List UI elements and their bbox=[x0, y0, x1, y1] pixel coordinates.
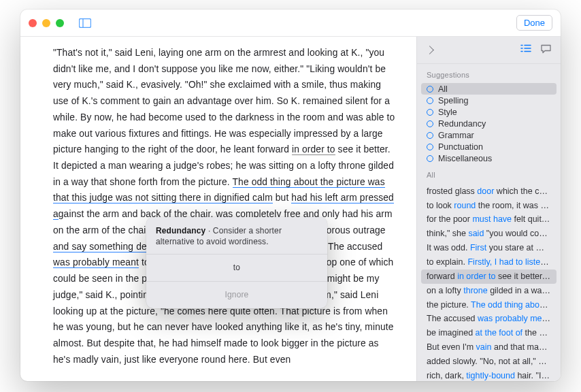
suggestion-post: the room, it was a lar… bbox=[476, 201, 557, 210]
filter-label: All bbox=[438, 84, 448, 94]
filter-item-redundancy[interactable]: Redundancy bbox=[421, 118, 557, 129]
suggestion-item[interactable]: think," she said "you would come o… bbox=[421, 227, 557, 242]
sidebar-all-heading: All bbox=[417, 164, 561, 183]
body-text: but bbox=[273, 193, 292, 203]
filter-label: Style bbox=[438, 108, 457, 117]
comments-tab-icon[interactable] bbox=[541, 44, 551, 56]
flagged-redundancy-phrase[interactable]: in order to bbox=[292, 144, 335, 155]
suggestion-item[interactable]: It was odd. First you stare at me as… bbox=[421, 241, 557, 255]
radio-icon bbox=[427, 120, 433, 127]
suggestion-post: t… bbox=[554, 314, 557, 323]
chevron-right-icon[interactable] bbox=[425, 46, 434, 54]
filter-label: Grammar bbox=[438, 131, 474, 140]
suggestion-highlight: The odd thing about th… bbox=[471, 300, 557, 310]
filter-item-spelling[interactable]: Spelling bbox=[421, 95, 557, 106]
radio-icon bbox=[427, 132, 433, 139]
filter-label: Punctuation bbox=[438, 142, 483, 152]
suggestion-pre: But even I'm bbox=[427, 342, 476, 352]
suggestion-pre: rich, dark, bbox=[427, 371, 466, 380]
body-text: The accused bbox=[325, 242, 382, 252]
minimize-window-button[interactable] bbox=[42, 19, 50, 27]
flagged-grammar-phrase[interactable]: was probably meant bbox=[53, 257, 139, 268]
document-body[interactable]: "That's not it," said Leni, laying one a… bbox=[53, 45, 396, 368]
filter-item-style[interactable]: Style bbox=[421, 106, 557, 118]
suggestion-popover: Redundancy · Consider a shorter alternat… bbox=[146, 217, 327, 308]
traffic-lights bbox=[29, 19, 64, 27]
suggestion-highlight: round bbox=[454, 201, 476, 210]
suggestion-post: see it better. It d… bbox=[495, 272, 557, 281]
filter-label: Redundancy bbox=[438, 119, 486, 129]
suggestion-item[interactable]: for the poor must have felt quite los… bbox=[421, 213, 557, 227]
suggestion-pre: frosted glass bbox=[427, 186, 477, 196]
sidebar-suggestions-heading: Suggestions bbox=[417, 64, 561, 83]
svg-rect-0 bbox=[80, 18, 91, 27]
suggestion-highlight: in order to bbox=[457, 272, 495, 281]
suggestion-post: felt quite los… bbox=[512, 214, 557, 224]
suggestion-pre: to look bbox=[427, 201, 454, 210]
suggestion-item[interactable]: The accused was probably meant t… bbox=[421, 312, 557, 327]
suggestion-item[interactable]: forward in order to see it better. It d… bbox=[421, 270, 557, 284]
filter-list: AllSpellingStyleRedundancyGrammarPunctua… bbox=[417, 83, 561, 164]
suggestion-highlight: at the foot of bbox=[476, 328, 523, 338]
sidebar-pane: Suggestions AllSpellingStyleRedundancyGr… bbox=[416, 37, 561, 381]
popover-header: Redundancy · Consider a shorter alternat… bbox=[146, 217, 327, 254]
popover-ignore-option[interactable]: Ignore bbox=[146, 281, 327, 308]
suggestion-item[interactable]: But even I'm vain and that makes m… bbox=[421, 340, 557, 355]
suggestion-item[interactable]: on a lofty throne gilded in a way tha… bbox=[421, 284, 557, 298]
app-window: Done "That's not it," said Leni, laying … bbox=[20, 10, 561, 381]
suggestion-post: "you would come o… bbox=[484, 229, 557, 238]
filter-item-grammar[interactable]: Grammar bbox=[421, 129, 557, 141]
content-area: "That's not it," said Leni, laying one a… bbox=[20, 37, 561, 381]
sidebar-header bbox=[417, 37, 561, 64]
suggestion-post: the steps… bbox=[522, 328, 557, 338]
suggestion-highlight: Firstly, I had to listen to… bbox=[467, 257, 557, 267]
suggestion-pre: It was odd. bbox=[427, 243, 470, 252]
done-button[interactable]: Done bbox=[516, 15, 552, 31]
suggestion-pre: added slowly. "No, not at all," said… bbox=[427, 357, 557, 366]
suggestion-post: which the carer… bbox=[494, 186, 557, 196]
suggestion-list: frosted glass door which the carer…to lo… bbox=[417, 183, 561, 381]
suggestion-highlight: vain bbox=[476, 342, 492, 352]
suggestion-item[interactable]: added slowly. "No, not at all," said… bbox=[421, 355, 557, 369]
filter-label: Miscellaneous bbox=[438, 154, 492, 163]
suggestion-highlight: said bbox=[468, 229, 484, 238]
suggestion-pre: forward bbox=[427, 272, 457, 281]
zoom-window-button[interactable] bbox=[56, 19, 64, 27]
suggestion-post: hair. "I'd b… bbox=[515, 371, 557, 380]
suggestion-item[interactable]: to look round the room, it was a lar… bbox=[421, 199, 557, 213]
suggestion-highlight: tightly-bound bbox=[466, 371, 515, 380]
popover-replacement-option[interactable]: to bbox=[146, 254, 327, 281]
suggestion-pre: think," she bbox=[427, 229, 468, 238]
suggestion-pre: to explain. bbox=[427, 257, 467, 267]
sidebar-toggle-icon[interactable] bbox=[79, 18, 91, 28]
radio-icon bbox=[427, 109, 433, 116]
suggestion-pre: the picture. bbox=[427, 300, 471, 310]
radio-icon bbox=[427, 144, 433, 150]
close-window-button[interactable] bbox=[29, 19, 37, 27]
suggestion-item[interactable]: frosted glass door which the carer… bbox=[421, 184, 557, 199]
suggestion-pre: on a lofty bbox=[427, 286, 463, 295]
radio-icon bbox=[427, 97, 433, 104]
filter-label: Spelling bbox=[438, 96, 468, 105]
suggestion-pre: be imagined bbox=[427, 328, 476, 338]
filter-item-all[interactable]: All bbox=[421, 83, 557, 95]
popover-category: Redundancy bbox=[156, 226, 205, 235]
titlebar: Done bbox=[20, 10, 561, 37]
radio-icon bbox=[427, 86, 433, 93]
suggestion-pre: for the poor bbox=[427, 214, 472, 224]
filter-item-miscellaneous[interactable]: Miscellaneous bbox=[421, 152, 557, 164]
filter-item-punctuation[interactable]: Punctuation bbox=[421, 141, 557, 152]
suggestion-highlight: throne bbox=[463, 286, 487, 295]
suggestion-item[interactable]: to explain. Firstly, I had to listen to… bbox=[421, 255, 557, 270]
suggestion-highlight: was probably meant bbox=[478, 314, 554, 323]
suggestion-item[interactable]: be imagined at the foot of the steps… bbox=[421, 326, 557, 340]
suggestion-item[interactable]: the picture. The odd thing about th… bbox=[421, 298, 557, 312]
body-text: "That's not it," said Leni, laying one a… bbox=[53, 48, 395, 154]
editor-pane[interactable]: "That's not it," said Leni, laying one a… bbox=[20, 37, 416, 381]
suggestion-highlight: First bbox=[470, 243, 486, 252]
suggestion-pre: The accused bbox=[427, 314, 478, 323]
suggestion-post: you stare at me as… bbox=[486, 243, 557, 252]
suggestions-tab-icon[interactable] bbox=[520, 44, 531, 56]
suggestion-item[interactable]: rich, dark, tightly-bound hair. "I'd b… bbox=[421, 369, 557, 381]
suggestion-highlight: must have bbox=[472, 214, 512, 224]
